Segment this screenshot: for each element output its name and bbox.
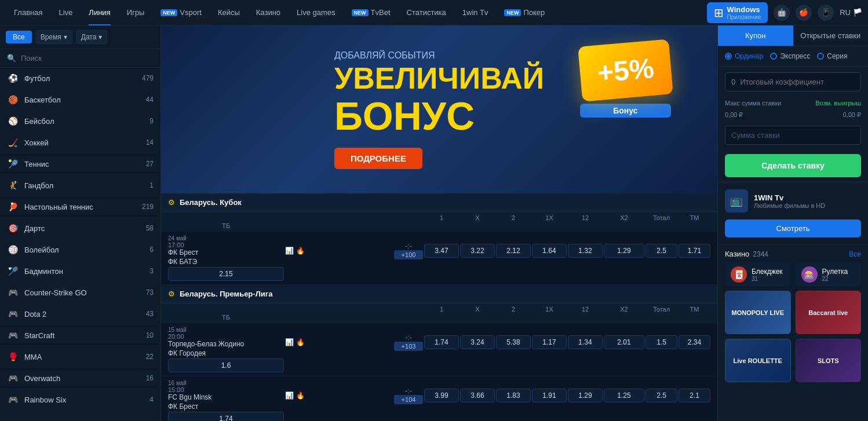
watch-button[interactable]: Смотреть	[725, 219, 861, 237]
sidebar-sport-item[interactable]: 🎮 Rainbow Six 4	[0, 389, 161, 411]
nav-statistika[interactable]: Статистика	[399, 0, 454, 25]
odd-total-button[interactable]: 2.5	[645, 244, 677, 258]
sidebar-sport-item[interactable]: 🏐 Волейбол 6	[0, 239, 161, 261]
banner-cta-button[interactable]: ПОДРОБНЕЕ	[334, 148, 422, 169]
nav-glavnaya[interactable]: Главная	[6, 0, 50, 25]
col-1x: 1X	[532, 214, 567, 221]
odd-1-button[interactable]: 3.47	[424, 244, 459, 258]
odd-2-button[interactable]: 2.12	[496, 244, 531, 258]
casino-thumb-slots[interactable]: SLOTS	[796, 339, 862, 382]
nav-1wintv[interactable]: 1win Tv	[454, 0, 497, 25]
mobile-button[interactable]: 📱	[818, 5, 834, 21]
odd-tm-button[interactable]: 1.71	[679, 244, 710, 258]
max-values-row: 0,00 ₽ 0,00 ₽	[718, 109, 868, 121]
filter-date-select[interactable]: Дата ▾	[76, 30, 108, 44]
sidebar-sport-item[interactable]: 🎮 Overwatch 16	[0, 368, 161, 389]
language-selector[interactable]: RU 🏳️	[840, 8, 862, 17]
fire-icon[interactable]: 🔥	[296, 338, 305, 346]
apple-button[interactable]: 🍎	[796, 5, 812, 21]
col-tb: ТБ	[168, 222, 284, 229]
radio-seriya-icon	[817, 53, 824, 60]
sidebar-sport-item[interactable]: 🎮 Dota 2 43	[0, 303, 161, 325]
sidebar-sport-item[interactable]: 🎮 Counter-Strike GO 73	[0, 282, 161, 303]
odd-12-button[interactable]: 1.34	[568, 335, 603, 349]
filter-all-button[interactable]: Все	[6, 31, 32, 43]
coefficient-input[interactable]	[740, 78, 855, 86]
sidebar-sport-item[interactable]: ⚽ Футбол 479	[0, 68, 161, 89]
odd-1x-button[interactable]: 1.91	[532, 389, 567, 402]
android-button[interactable]: 🤖	[774, 5, 790, 21]
bet-type-express[interactable]: Экспресс	[770, 52, 810, 60]
stake-input[interactable]	[731, 131, 855, 140]
odd-x2-button[interactable]: 2.01	[604, 335, 644, 349]
fire-icon[interactable]: 🔥	[296, 391, 305, 400]
nav-livegames[interactable]: Live games	[289, 0, 343, 25]
casino-game-blackjack[interactable]: 🃏 Блекджек 31	[725, 263, 791, 286]
odd-2-button[interactable]: 1.83	[496, 389, 531, 402]
windows-app-button[interactable]: ⊞ Windows Приложение	[707, 2, 768, 23]
sidebar-sport-item[interactable]: 🏒 Хоккей 14	[0, 132, 161, 153]
casino-thumb-roulette[interactable]: Live ROULETTE	[725, 339, 791, 382]
nav-igry[interactable]: Игры	[119, 0, 153, 25]
odd-tb-button[interactable]: 2.15	[168, 267, 284, 281]
sidebar-sport-item[interactable]: 🥊 MMA 22	[0, 346, 161, 368]
casino-thumb-monopoly[interactable]: MONOPOLY LIVE	[725, 291, 791, 334]
odd-1-button[interactable]: 1.74	[424, 335, 459, 349]
sidebar-sport-item[interactable]: 🏸 Бадминтон 3	[0, 261, 161, 282]
nav-vsport[interactable]: NEWVsport	[152, 0, 210, 25]
sidebar-sport-item[interactable]: 🎾 Теннис 27	[0, 153, 161, 175]
plus-markets-badge[interactable]: +104	[394, 395, 423, 404]
odd-x-button[interactable]: 3.22	[460, 244, 495, 258]
stats-icon[interactable]: 📊	[285, 247, 294, 255]
odd-1-button[interactable]: 3.99	[424, 389, 459, 402]
sport-name: Rainbow Six	[24, 396, 149, 404]
tab-open-bets[interactable]: Открытые ставки	[793, 25, 869, 46]
odd-x2-button[interactable]: 1.25	[604, 389, 644, 402]
sidebar-sport-item[interactable]: 🤾 Гандбол 1	[0, 175, 161, 196]
nav-tvbet[interactable]: NEWTvBet	[344, 0, 399, 25]
odd-1x-button[interactable]: 1.64	[532, 244, 567, 258]
bet-type-ordinar[interactable]: Ординар	[725, 52, 763, 60]
nav-keysy[interactable]: Кейсы	[210, 0, 248, 25]
odd-total-button[interactable]: 1.5	[645, 335, 677, 349]
odd-tb-button[interactable]: 1.6	[168, 358, 284, 372]
league-name: Беларусь. Премьер-Лига	[180, 290, 710, 298]
odd-2-button[interactable]: 5.38	[496, 335, 531, 349]
nav-live[interactable]: Live	[50, 0, 81, 25]
plus-markets-badge[interactable]: +103	[394, 342, 423, 351]
nav-kazino[interactable]: Казино	[248, 0, 289, 25]
odd-x2-button[interactable]: 1.29	[604, 244, 644, 258]
stats-icon[interactable]: 📊	[285, 391, 294, 400]
odd-12-button[interactable]: 1.29	[568, 389, 603, 402]
sidebar-sport-item[interactable]: 🏀 Баскетбол 44	[0, 89, 161, 111]
casino-thumb-baccarat[interactable]: Baccarat live	[796, 291, 862, 334]
odd-tm-button[interactable]: 2.1	[679, 389, 710, 402]
odd-x-button[interactable]: 3.24	[460, 335, 495, 349]
fire-icon[interactable]: 🔥	[296, 247, 305, 255]
sidebar-sport-item[interactable]: 🎮 StarCraft 10	[0, 325, 161, 346]
sidebar-sport-item[interactable]: 🏓 Настольный теннис 219	[0, 196, 161, 218]
odd-tm-button[interactable]: 2.34	[679, 335, 710, 349]
sidebar-sport-item[interactable]: 🎯 Дартс 58	[0, 218, 161, 239]
make-bet-button[interactable]: Сделать ставку	[725, 154, 861, 177]
plus-markets-badge[interactable]: +100	[394, 250, 423, 259]
league-header: ⚙ Беларусь. Кубок	[161, 193, 717, 212]
sidebar-sport-item[interactable]: ⚾ Бейсбол 9	[0, 111, 161, 132]
odd-tb-button[interactable]: 1.74	[168, 412, 284, 421]
filter-time-select[interactable]: Время ▾	[35, 30, 72, 44]
col-total: Тотал	[645, 306, 677, 313]
casino-all-link[interactable]: Все	[849, 250, 861, 258]
nav-poker[interactable]: NEWПокер	[496, 0, 553, 25]
stats-icon[interactable]: 📊	[285, 338, 294, 346]
match-date: 15 май	[168, 327, 284, 333]
odd-1x-button[interactable]: 1.17	[532, 335, 567, 349]
odd-12-button[interactable]: 1.32	[568, 244, 603, 258]
search-input[interactable]	[21, 54, 154, 63]
odd-total-button[interactable]: 2.5	[645, 389, 677, 402]
tab-coupon[interactable]: Купон	[718, 25, 793, 46]
chevron-down-icon: ▾	[99, 33, 102, 41]
bet-type-seriya[interactable]: Серия	[817, 52, 847, 60]
nav-liniya[interactable]: Линия	[81, 0, 118, 25]
casino-game-roulette[interactable]: 🎰 Рулетка 22	[796, 263, 862, 286]
odd-x-button[interactable]: 3.66	[460, 389, 495, 402]
